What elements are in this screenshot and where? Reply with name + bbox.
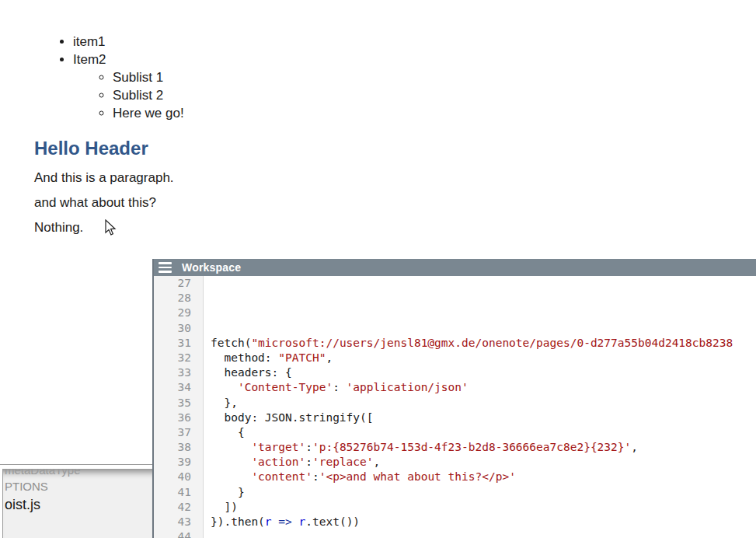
paragraph: And this is a paragraph. [34, 170, 174, 186]
hamburger-menu-icon[interactable] [159, 262, 172, 273]
clipped-list-item: metaDataType [5, 469, 152, 477]
paragraph: Nothing. [34, 220, 83, 236]
line-number: 30 [154, 321, 191, 336]
code-line[interactable]: body: JSON.stringify([ [211, 410, 756, 425]
code-line[interactable] [211, 276, 756, 291]
mouse-cursor-icon [104, 219, 118, 236]
background-window: metaDataType PTIONS oist.js [0, 464, 152, 538]
list-item: Item2 [73, 51, 184, 68]
line-number: 31 [154, 336, 191, 351]
list-item[interactable]: oist.js [5, 497, 152, 513]
paragraph: and what about this? [34, 195, 156, 211]
background-window-list: metaDataType PTIONS oist.js [2, 469, 152, 538]
code-line[interactable]: } [211, 485, 756, 500]
code-line[interactable]: headers: { [211, 365, 756, 380]
code-line[interactable] [211, 291, 756, 306]
line-number: 37 [154, 425, 191, 440]
line-number: 34 [154, 380, 191, 395]
line-number: 32 [154, 351, 191, 365]
list-item: Sublist 2 [113, 86, 184, 104]
line-number: 27 [154, 276, 191, 291]
code-line[interactable] [211, 321, 756, 336]
code-line[interactable]: 'content':'<p>and what about this?</p>' [211, 470, 756, 484]
line-number: 36 [154, 410, 191, 425]
line-number: 40 [154, 470, 191, 484]
line-number-gutter: 272829303132333435363738394041424344 [154, 276, 204, 538]
line-number: 35 [154, 396, 191, 410]
code-line[interactable]: }).then(r => r.text()) [211, 515, 756, 529]
code-line[interactable]: }, [211, 396, 756, 410]
code-line[interactable] [211, 529, 756, 538]
code-line[interactable] [211, 306, 756, 320]
page-title: Hello Header [34, 138, 148, 159]
list-item: PTIONS [5, 480, 152, 493]
line-number: 44 [154, 529, 191, 538]
sub-bullet-list: Sublist 1 Sublist 2 Here we go! [73, 68, 184, 122]
workspace-header: Workspace [154, 259, 756, 276]
line-number: 28 [154, 291, 191, 306]
code-editor[interactable]: 272829303132333435363738394041424344 fet… [154, 276, 756, 538]
code-lines[interactable]: fetch("microsoft://users/jensl81@gmx.de/… [204, 276, 756, 538]
line-number: 41 [154, 485, 191, 500]
line-number: 39 [154, 455, 191, 470]
code-line[interactable]: 'action':'replace', [211, 455, 756, 470]
code-line[interactable]: ]) [211, 500, 756, 515]
code-line[interactable]: 'target':'p:{85276b74-153d-4f23-b2d8-366… [211, 440, 756, 455]
list-item: item1 [73, 33, 184, 51]
bullet-list: item1 Item2 Sublist 1 Sublist 2 Here we … [34, 33, 184, 122]
line-number: 33 [154, 365, 191, 380]
document-list: item1 Item2 Sublist 1 Sublist 2 Here we … [34, 33, 184, 122]
workspace-panel: Workspace 272829303132333435363738394041… [152, 259, 756, 538]
line-number: 38 [154, 440, 191, 455]
line-number: 29 [154, 306, 191, 320]
workspace-title: Workspace [182, 261, 241, 274]
code-line[interactable]: method: "PATCH", [211, 351, 756, 365]
list-item: Sublist 1 [113, 68, 184, 86]
code-line[interactable]: fetch("microsoft://users/jensl81@gmx.de/… [211, 336, 756, 351]
code-line[interactable]: 'Content-Type': 'application/json' [211, 380, 756, 395]
code-line[interactable]: { [211, 425, 756, 440]
line-number: 42 [154, 500, 191, 515]
line-number: 43 [154, 515, 191, 529]
list-item: Here we go! [113, 104, 184, 122]
